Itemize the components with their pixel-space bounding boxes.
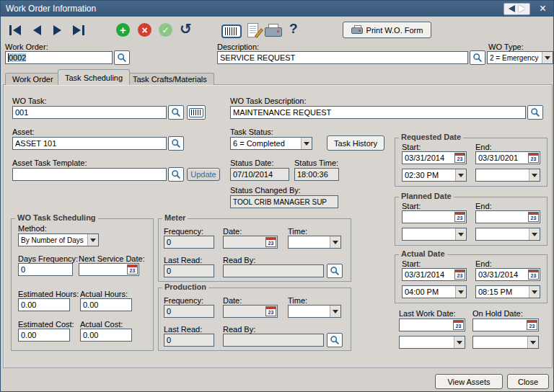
printer-button[interactable]	[265, 27, 282, 37]
calendar-button[interactable]: 23	[528, 153, 539, 163]
search-icon	[530, 107, 540, 117]
tab-task-scheduling[interactable]: Task Scheduling	[58, 69, 130, 85]
on-hold-time-select[interactable]	[472, 336, 539, 349]
asset-task-template-search-button[interactable]	[168, 167, 184, 182]
update-button[interactable]: Update	[187, 168, 220, 181]
planned-end-time-select[interactable]	[475, 228, 540, 241]
calendar-button[interactable]: 23	[454, 270, 465, 280]
actual-hours-input[interactable]: 0.00	[80, 298, 132, 311]
task-history-button[interactable]: Task History	[327, 135, 384, 151]
calendar-button[interactable]: 23	[528, 270, 539, 280]
previous-record-button[interactable]	[33, 24, 41, 35]
description-input[interactable]: SERVICE REQUEST	[217, 51, 468, 64]
calendar-button[interactable]: 23	[127, 264, 138, 275]
calendar-button[interactable]: 23	[527, 320, 537, 330]
barcode-button[interactable]	[221, 24, 242, 38]
print-wo-form-label: Print W.O. Form	[366, 26, 423, 35]
tab-work-order[interactable]: Work Order	[5, 73, 61, 85]
view-assets-button[interactable]: View Assets	[435, 374, 503, 389]
wo-task-description-search-button[interactable]	[527, 105, 543, 120]
requested-date-group-title: Requested Date	[399, 133, 463, 141]
method-label: Method:	[18, 224, 47, 233]
calendar-button[interactable]: 23	[454, 212, 465, 222]
last-record-button[interactable]	[73, 24, 84, 35]
meter-read-by-label: Read By:	[223, 256, 255, 264]
meter-frequency-label: Frequency:	[164, 227, 203, 236]
last-work-date-input[interactable]: 23	[399, 318, 465, 331]
actual-end-date-input[interactable]: 03/31/2014 23	[475, 268, 540, 281]
on-hold-date-input[interactable]: 23	[472, 318, 539, 331]
work-order-input[interactable]: 0002	[5, 51, 113, 64]
actual-start-date-input[interactable]: 03/31/2014 23	[402, 268, 467, 281]
notes-button[interactable]	[247, 23, 258, 37]
requested-start-date-input[interactable]: 03/31/2014 23	[402, 151, 467, 164]
first-record-button[interactable]	[9, 24, 21, 35]
close-icon[interactable]	[537, 3, 548, 14]
requested-start-time-select[interactable]: 02:30 PM	[402, 169, 467, 182]
search-icon	[330, 266, 340, 276]
requested-start-label: Start:	[402, 143, 421, 151]
titlebar-history-nav[interactable]	[504, 3, 530, 15]
view-assets-label: View Assets	[447, 378, 490, 386]
meter-read-by-field	[223, 264, 324, 277]
description-search-button[interactable]	[470, 50, 485, 65]
estimated-cost-input[interactable]: 0.00	[18, 329, 70, 342]
add-record-button[interactable]	[116, 23, 130, 37]
planned-end-date-input[interactable]: 23	[475, 210, 540, 223]
asset-input[interactable]: ASSET 101	[12, 137, 167, 150]
estimated-hours-input[interactable]: 0.00	[18, 298, 70, 311]
production-time-select[interactable]	[288, 305, 341, 318]
estimated-cost-label: Estimated Cost:	[18, 320, 74, 329]
calendar-button[interactable]: 23	[454, 153, 465, 163]
actual-cost-input[interactable]: 0.00	[80, 329, 132, 342]
wo-task-description-input[interactable]: MAINTENANCE REQUEST	[230, 106, 526, 119]
wo-task-search-button[interactable]	[168, 105, 184, 120]
save-record-button[interactable]	[159, 23, 172, 37]
delete-record-button[interactable]	[138, 23, 151, 37]
on-hold-date-label: On Hold Date:	[472, 309, 523, 318]
meter-frequency-field: 0	[164, 236, 214, 249]
asset-task-template-input[interactable]	[12, 168, 167, 181]
planned-start-date-input[interactable]: 23	[402, 210, 467, 223]
meter-read-by-search-button[interactable]	[327, 264, 343, 278]
task-status-select[interactable]: 6 = Completed	[230, 137, 312, 150]
back-arrow-icon[interactable]	[509, 5, 515, 12]
history-button[interactable]	[180, 20, 192, 37]
requested-end-date-input[interactable]: 03/31/0201 23	[475, 151, 540, 164]
meter-last-read-label: Last Read:	[164, 256, 202, 264]
title-bar[interactable]: Work Order Information	[1, 1, 553, 17]
days-frequency-input[interactable]: 0	[18, 263, 73, 276]
actual-start-time-select[interactable]: 04:00 PM	[402, 285, 467, 298]
help-button[interactable]	[289, 21, 298, 37]
calendar-button[interactable]: 23	[265, 306, 276, 316]
chevron-down-icon	[330, 306, 340, 317]
asset-label: Asset:	[12, 128, 35, 136]
production-date-input[interactable]: 23	[223, 305, 278, 318]
asset-search-button[interactable]	[168, 136, 184, 151]
wo-type-select[interactable]: 2 = Emergency	[487, 51, 553, 64]
method-select[interactable]: By Number of Days	[18, 233, 99, 246]
planned-start-time-select[interactable]	[402, 228, 467, 241]
requested-end-time-select[interactable]	[475, 169, 540, 182]
meter-date-input[interactable]: 23	[223, 236, 278, 249]
description-value: SERVICE REQUEST	[220, 53, 295, 62]
chevron-down-icon	[529, 286, 540, 298]
tab-task-crafts-materials[interactable]: Task Crafts/Materials	[126, 73, 214, 85]
wo-task-barcode-button[interactable]	[187, 105, 206, 120]
actual-end-time-select[interactable]: 08:15 PM	[475, 285, 540, 298]
last-work-time-select[interactable]	[399, 336, 465, 349]
barcode-icon	[189, 108, 203, 117]
work-order-search-button[interactable]	[114, 50, 130, 65]
calendar-button[interactable]: 23	[453, 320, 464, 330]
wo-task-input[interactable]: 001	[12, 106, 167, 119]
meter-time-label: Time:	[288, 227, 307, 236]
close-button[interactable]: Close	[507, 374, 549, 389]
calendar-button[interactable]: 23	[265, 237, 276, 247]
next-record-button[interactable]	[53, 24, 61, 35]
calendar-button[interactable]: 23	[528, 212, 539, 222]
production-read-by-search-button[interactable]	[327, 333, 343, 347]
print-wo-form-button[interactable]: Print W.O. Form	[343, 22, 431, 38]
meter-time-select[interactable]	[288, 236, 341, 249]
forward-arrow-icon[interactable]	[519, 5, 525, 12]
next-service-date-input[interactable]: 23	[79, 263, 139, 276]
